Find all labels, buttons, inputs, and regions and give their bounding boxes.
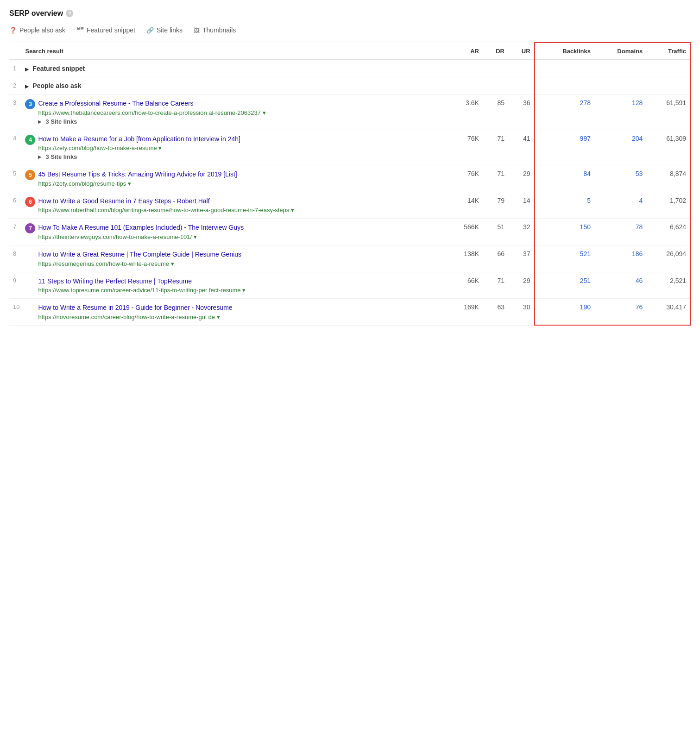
col-header-ar: AR xyxy=(447,43,483,60)
domains-val[interactable]: 76 xyxy=(594,299,646,326)
traffic-val: 30,417 xyxy=(646,299,690,326)
help-icon[interactable]: ? xyxy=(66,10,73,17)
backlinks-link[interactable]: 150 xyxy=(580,223,591,231)
site-links-toggle[interactable]: ▶ 3 Site links xyxy=(38,118,443,125)
traffic-val: 61,309 xyxy=(646,130,690,165)
result-badge: 3 xyxy=(25,99,35,109)
result-title-link[interactable]: 11 Steps to Writing the Perfect Resume |… xyxy=(38,277,192,285)
result-cell: 11 Steps to Writing the Perfect Resume |… xyxy=(21,272,447,299)
tab-people-also-ask-label: People also ask xyxy=(19,26,65,34)
result-url: https://resumegenius.com/how-to-write-a-… xyxy=(38,260,443,267)
domains-val[interactable]: 46 xyxy=(594,272,646,299)
col-header-ur: UR xyxy=(508,43,535,60)
tab-people-also-ask[interactable]: ❓ People also ask xyxy=(9,25,65,36)
ar-val: 76K xyxy=(447,130,483,165)
result-title-link[interactable]: 45 Best Resume Tips & Tricks: Amazing Wr… xyxy=(38,170,237,178)
ar-val: 3.6K xyxy=(447,94,483,130)
result-title-link[interactable]: How to Make a Resume for a Job [from App… xyxy=(38,135,240,143)
ur-val: 29 xyxy=(508,272,535,299)
tab-thumbnails[interactable]: 🖼 Thumbnails xyxy=(194,25,236,36)
domains-link[interactable]: 4 xyxy=(639,197,643,204)
expand-arrow-icon[interactable]: ▶ xyxy=(38,154,42,159)
result-cell: 3 Create a Professional Resume - The Bal… xyxy=(21,94,447,130)
domains-link[interactable]: 204 xyxy=(632,135,643,142)
tab-site-links-label: Site links xyxy=(157,26,183,34)
result-title-link[interactable]: How To Make A Resume 101 (Examples Inclu… xyxy=(38,224,244,231)
row-number: 5 xyxy=(9,165,21,192)
domains-link[interactable]: 128 xyxy=(632,99,643,107)
ar-val: 76K xyxy=(447,165,483,192)
site-links-icon: 🔗 xyxy=(146,27,154,34)
tab-featured-snippet[interactable]: ❝❞ Featured snippet xyxy=(76,24,135,36)
ur-val: 32 xyxy=(508,219,535,245)
thumbnails-icon: 🖼 xyxy=(194,27,200,34)
result-title-link[interactable]: How to Write a Good Resume in 7 Easy Ste… xyxy=(38,197,209,205)
table-row: 10 How to Write a Resume in 2019 - Guide… xyxy=(9,299,690,326)
tab-site-links[interactable]: 🔗 Site links xyxy=(146,25,183,36)
col-header-traffic: Traffic xyxy=(646,43,690,60)
result-title-link[interactable]: Create a Professional Resume - The Balan… xyxy=(38,100,193,107)
tab-featured-snippet-label: Featured snippet xyxy=(87,26,135,34)
domains-val[interactable]: 78 xyxy=(594,219,646,245)
table-row: 1 ▶ Featured snippet xyxy=(9,60,690,77)
domains-val[interactable]: 4 xyxy=(594,192,646,219)
backlinks-val[interactable]: 190 xyxy=(535,299,594,326)
domains-link[interactable]: 186 xyxy=(632,250,643,257)
ar-val: 14K xyxy=(447,192,483,219)
expand-arrow-icon[interactable]: ▶ xyxy=(25,67,29,72)
expand-arrow-icon[interactable]: ▶ xyxy=(38,119,42,124)
domains-val[interactable]: 53 xyxy=(594,165,646,192)
special-result-label: ▶ People also ask xyxy=(25,82,81,89)
site-links-toggle[interactable]: ▶ 3 Site links xyxy=(38,153,443,160)
dr-val: 79 xyxy=(483,192,508,219)
row-number: 1 xyxy=(9,60,21,77)
traffic-val xyxy=(646,60,690,77)
row-number: 9 xyxy=(9,272,21,299)
domains-val[interactable]: 128 xyxy=(594,94,646,130)
backlinks-val[interactable]: 150 xyxy=(535,219,594,245)
col-header-dr: DR xyxy=(483,43,508,60)
table-row: 8 How to Write a Great Resume | The Comp… xyxy=(9,245,690,272)
expand-arrow-icon[interactable]: ▶ xyxy=(25,84,29,89)
traffic-val: 61,591 xyxy=(646,94,690,130)
page-title-container: SERP overview ? xyxy=(9,9,691,18)
domains-val[interactable]: 186 xyxy=(594,245,646,272)
table-row: 4 4 How to Make a Resume for a Job [from… xyxy=(9,130,690,165)
backlinks-link[interactable]: 278 xyxy=(580,99,591,107)
backlinks-link[interactable]: 251 xyxy=(580,277,591,284)
result-url: https://www.roberthalf.com/blog/writing-… xyxy=(38,207,443,214)
backlinks-link[interactable]: 521 xyxy=(580,250,591,257)
domains-link[interactable]: 46 xyxy=(636,277,643,284)
ur-val: 36 xyxy=(508,94,535,130)
table-row: 7 7 How To Make A Resume 101 (Examples I… xyxy=(9,219,690,245)
result-url: https://www.topresume.com/career-advice/… xyxy=(38,287,443,294)
dr-val: 71 xyxy=(483,165,508,192)
table-body: 1 ▶ Featured snippet 2 ▶ People also ask… xyxy=(9,60,690,325)
result-cell: 4 How to Make a Resume for a Job [from A… xyxy=(21,130,447,165)
result-cell: 7 How To Make A Resume 101 (Examples Inc… xyxy=(21,219,447,245)
backlinks-val[interactable]: 251 xyxy=(535,272,594,299)
backlinks-link[interactable]: 84 xyxy=(583,170,591,177)
traffic-val: 2,521 xyxy=(646,272,690,299)
domains-val[interactable]: 204 xyxy=(594,130,646,165)
domains-link[interactable]: 76 xyxy=(636,303,643,311)
domains-link[interactable]: 78 xyxy=(636,223,643,231)
result-cell: 6 How to Write a Good Resume in 7 Easy S… xyxy=(21,192,447,219)
row-number: 3 xyxy=(9,94,21,130)
backlinks-val[interactable]: 84 xyxy=(535,165,594,192)
backlinks-val[interactable]: 997 xyxy=(535,130,594,165)
backlinks-val[interactable]: 278 xyxy=(535,94,594,130)
result-badge-plain xyxy=(25,277,35,287)
backlinks-link[interactable]: 190 xyxy=(580,303,591,311)
result-title-link[interactable]: How to Write a Great Resume | The Comple… xyxy=(38,251,241,258)
result-badge: 7 xyxy=(25,223,35,233)
backlinks-link[interactable]: 997 xyxy=(580,135,591,142)
table-row: 9 11 Steps to Writing the Perfect Resume… xyxy=(9,272,690,299)
table-header: Search result AR DR UR Backlinks Domains xyxy=(9,43,690,60)
result-title-link[interactable]: How to Write a Resume in 2019 - Guide fo… xyxy=(38,304,232,311)
backlinks-val[interactable]: 5 xyxy=(535,192,594,219)
row-number: 7 xyxy=(9,219,21,245)
domains-link[interactable]: 53 xyxy=(636,170,643,177)
backlinks-link[interactable]: 5 xyxy=(587,197,591,204)
backlinks-val[interactable]: 521 xyxy=(535,245,594,272)
